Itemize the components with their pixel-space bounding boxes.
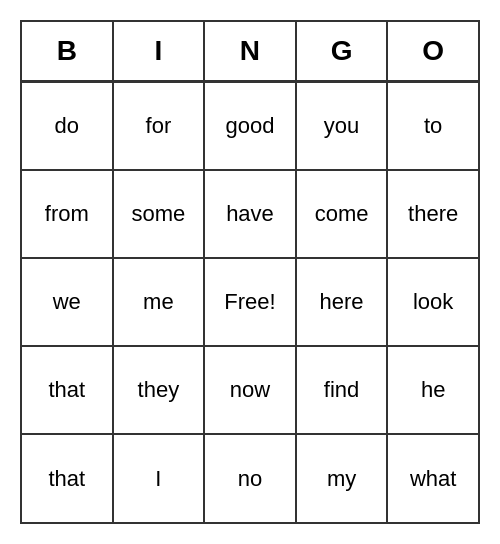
cell-4-3: my	[296, 434, 388, 522]
row-0: doforgoodyouto	[22, 82, 478, 170]
row-1: fromsomehavecomethere	[22, 170, 478, 258]
header-cell-n: N	[204, 22, 296, 82]
cell-2-3: here	[296, 258, 388, 346]
cell-0-2: good	[204, 82, 296, 170]
cell-3-4: he	[387, 346, 478, 434]
cell-3-2: now	[204, 346, 296, 434]
row-2: wemeFree!herelook	[22, 258, 478, 346]
cell-1-2: have	[204, 170, 296, 258]
header-cell-g: G	[296, 22, 388, 82]
cell-3-0: that	[22, 346, 113, 434]
header-cell-b: B	[22, 22, 113, 82]
cell-3-3: find	[296, 346, 388, 434]
cell-1-0: from	[22, 170, 113, 258]
header-cell-o: O	[387, 22, 478, 82]
cell-4-0: that	[22, 434, 113, 522]
header-cell-i: I	[113, 22, 205, 82]
bingo-card: BINGO doforgoodyoutofromsomehavecomether…	[20, 20, 480, 524]
cell-1-3: come	[296, 170, 388, 258]
cell-0-1: for	[113, 82, 205, 170]
cell-1-4: there	[387, 170, 478, 258]
cell-2-1: me	[113, 258, 205, 346]
cell-3-1: they	[113, 346, 205, 434]
header-row: BINGO	[22, 22, 478, 82]
cell-0-4: to	[387, 82, 478, 170]
cell-2-2: Free!	[204, 258, 296, 346]
cell-0-3: you	[296, 82, 388, 170]
row-4: thatInomywhat	[22, 434, 478, 522]
row-3: thattheynowfindhe	[22, 346, 478, 434]
cell-4-2: no	[204, 434, 296, 522]
cell-1-1: some	[113, 170, 205, 258]
cell-4-4: what	[387, 434, 478, 522]
cell-2-4: look	[387, 258, 478, 346]
cell-2-0: we	[22, 258, 113, 346]
cell-0-0: do	[22, 82, 113, 170]
cell-4-1: I	[113, 434, 205, 522]
